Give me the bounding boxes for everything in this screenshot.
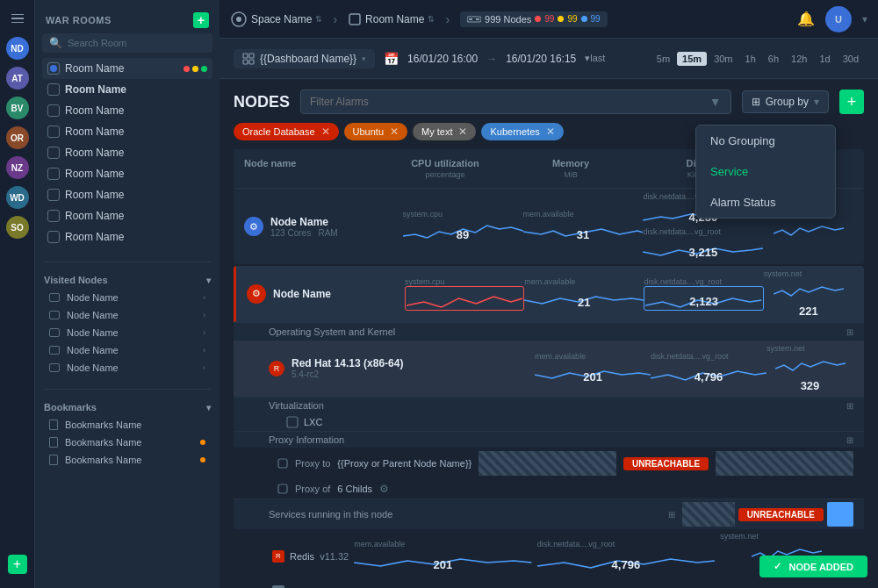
nodes-icon (467, 15, 481, 24)
expanded-node-row[interactable]: ⚙ Node Name system.cpu mem.available (234, 266, 864, 322)
bookmark-item[interactable]: Bookmarks Name (44, 434, 211, 451)
tag-kubernetes[interactable]: Kubernetes✕ (481, 123, 563, 140)
room-label: Room Name (65, 168, 207, 180)
last-button[interactable]: ▾last (585, 53, 605, 64)
visited-node[interactable]: Node Name› (44, 289, 211, 306)
bookmarks-header[interactable]: Bookmarks ▾ (44, 402, 211, 412)
space-name-nav[interactable]: Space Name ⇅ (230, 11, 322, 28)
groupby-service[interactable]: Service (696, 156, 835, 187)
time-15m[interactable]: 15m (677, 52, 707, 66)
th-memory: Memory MiB (508, 154, 634, 183)
nodes-badge: 999 Nodes 99 99 99 (460, 11, 608, 27)
memcached-row[interactable]: M Memcached v16.32 (234, 583, 864, 588)
remove-tag-icon[interactable]: ✕ (546, 125, 555, 138)
room-item[interactable]: Room Name (42, 58, 212, 79)
time-30m[interactable]: 30m (709, 52, 738, 66)
tag-oracle-database[interactable]: Oracle Database✕ (234, 123, 339, 140)
room-search[interactable]: 🔍 (42, 33, 212, 53)
tag-ubuntu[interactable]: Ubuntu✕ (344, 123, 407, 140)
hamburger-menu[interactable] (6, 7, 29, 30)
time-1d[interactable]: 1d (814, 52, 835, 66)
avatar-nz[interactable]: NZ (6, 156, 29, 179)
search-icon: 🔍 (49, 37, 62, 49)
add-war-room-button[interactable]: + (193, 12, 209, 28)
visited-node[interactable]: Node Name› (44, 341, 211, 359)
remove-tag-icon[interactable]: ✕ (321, 125, 330, 138)
group-by-button[interactable]: ⊞ Group by ▾ (742, 90, 829, 113)
room-item[interactable]: Room Name (42, 121, 212, 142)
bookmark-item[interactable]: Bookmarks Name (44, 451, 211, 469)
proxy-to-value: {{Proxy or Parent Node Name}} (337, 458, 471, 469)
avatar-so[interactable]: SO (6, 216, 29, 239)
expand-icon[interactable]: ⊞ (668, 510, 675, 520)
unreachable-stripe (479, 451, 616, 476)
time-12h[interactable]: 12h (786, 52, 812, 66)
visited-nodes-header[interactable]: Visited Nodes ▾ (44, 275, 211, 285)
room-search-input[interactable] (68, 38, 205, 48)
time-1h[interactable]: 1h (740, 52, 761, 66)
remove-tag-icon[interactable]: ✕ (458, 125, 467, 138)
user-avatar[interactable]: U (825, 6, 852, 32)
room-item[interactable]: Room Name (42, 205, 212, 226)
visited-node[interactable]: Node Name› (44, 306, 211, 324)
disk-chart-redhat: 4,796 (651, 361, 766, 385)
proxy-settings-icon[interactable]: ⚙ (379, 483, 389, 495)
room-icon (47, 125, 60, 138)
groupby-alarm-status[interactable]: Alarm Status (696, 187, 835, 218)
proxy-icon (277, 484, 288, 494)
filter-bar[interactable]: ▼ (300, 90, 731, 114)
room-dots (184, 66, 207, 72)
notifications-bell[interactable]: 🔔 (797, 11, 815, 27)
check-icon: ✓ (774, 561, 781, 572)
groupby-no-grouping[interactable]: No Grouping (696, 125, 835, 156)
time-6h[interactable]: 6h (763, 52, 784, 66)
redis-disk-value: 4,796 (612, 558, 641, 571)
remove-tag-icon[interactable]: ✕ (390, 125, 399, 138)
room-name-nav[interactable]: Room Name ⇅ (348, 12, 435, 26)
disk-value-2: 3,215 (689, 246, 718, 259)
time-30d[interactable]: 30d (838, 52, 864, 66)
redhat-row[interactable]: R Red Hat 14.13 (x86-64) 5.4-rc2 mem.ava… (234, 341, 864, 397)
room-item[interactable]: Room Name (42, 184, 212, 205)
lxc-row[interactable]: LXC (234, 413, 864, 431)
dashboard-bar: {{Dashboard Name}} ▾ 📅 16/01/20 16:00 → … (220, 39, 878, 79)
room-item[interactable]: Room Name (42, 79, 212, 100)
user-menu-chevron[interactable]: ▾ (862, 13, 867, 25)
node-icon (49, 311, 60, 319)
room-item[interactable]: Room Name (42, 226, 212, 247)
room-item[interactable]: Room Name (42, 163, 212, 184)
add-node-button[interactable]: + (8, 555, 27, 574)
room-item[interactable]: Room Name (42, 100, 212, 121)
add-button[interactable]: + (839, 90, 864, 114)
arrow-icon: › (203, 311, 205, 319)
avatar-nd[interactable]: ND (6, 37, 29, 60)
expand-icon[interactable]: ⊞ (846, 327, 853, 337)
memory-chart: 21 (524, 286, 644, 311)
redis-mem-chart: 201 (354, 549, 531, 573)
expand-icon[interactable]: ⊞ (846, 401, 853, 411)
arrow-icon: › (203, 328, 205, 337)
avatar-bv[interactable]: BV (6, 97, 29, 119)
os-section-label: Operating System and Kernel (269, 326, 846, 337)
proxy-of-row: Proxy of 6 Childs ⚙ (234, 479, 864, 498)
redhat-icon: R (269, 361, 284, 376)
expand-icon[interactable]: ⊞ (846, 435, 853, 445)
unreachable-badge-2: UNREACHABLE (738, 508, 824, 521)
avatar-at[interactable]: AT (6, 67, 29, 90)
node-name-label: Node Name (270, 216, 403, 228)
dashboard-selector[interactable]: {{Dashboard Name}} ▾ (234, 49, 375, 68)
cpu-metric: system.cpu (405, 277, 524, 311)
visited-node[interactable]: Node Name› (44, 324, 211, 341)
avatar-wd[interactable]: WD (6, 186, 29, 209)
room-item[interactable]: Room Name (42, 142, 212, 163)
time-5m[interactable]: 5m (651, 52, 675, 66)
bookmark-item[interactable]: Bookmarks Name (44, 416, 211, 434)
svg-rect-4 (469, 18, 472, 20)
th-node-name: Node name (244, 154, 382, 183)
filter-alarms-input[interactable] (310, 96, 704, 108)
avatar-or[interactable]: OR (6, 126, 29, 149)
tag-mytext[interactable]: My text✕ (413, 123, 476, 140)
visited-node[interactable]: Node Name› (44, 359, 211, 376)
date-to: 16/01/20 16:15 (506, 53, 576, 65)
net-metric-redhat: system.net 329 (766, 344, 853, 392)
